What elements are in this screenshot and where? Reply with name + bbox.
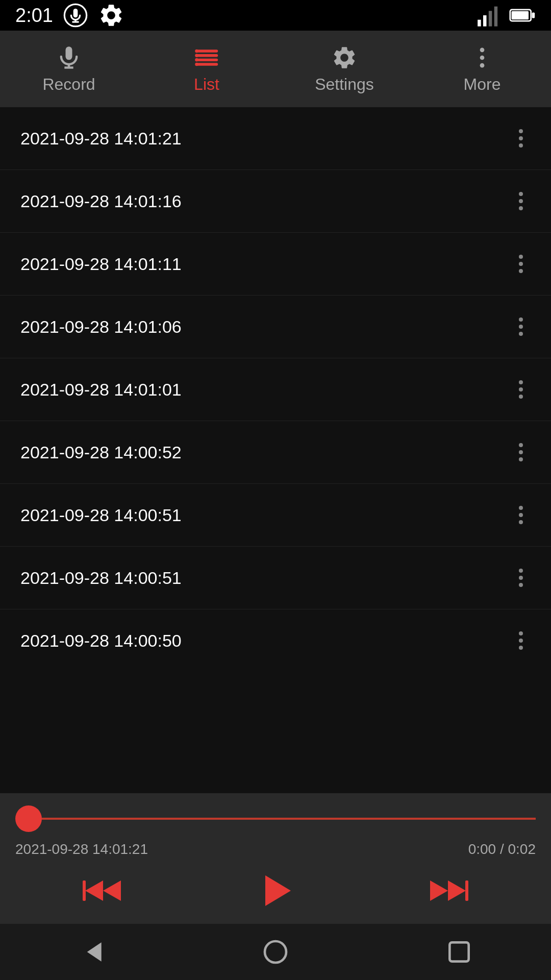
play-icon (258, 873, 293, 909)
tab-record[interactable]: Record (0, 31, 138, 107)
svg-rect-27 (83, 880, 86, 901)
player-filename: 2021-09-28 14:01:21 (15, 841, 148, 857)
svg-point-23 (480, 55, 485, 60)
svg-marker-29 (448, 880, 466, 901)
tab-settings[interactable]: Settings (276, 31, 413, 107)
svg-point-24 (480, 63, 485, 67)
recording-name: 2021-09-28 14:01:11 (20, 254, 182, 274)
status-right (477, 2, 536, 29)
recording-more-button[interactable] (511, 566, 531, 590)
recording-name: 2021-09-28 14:00:51 (20, 568, 182, 588)
recording-item[interactable]: 2021-09-28 14:00:51 (0, 547, 551, 609)
recording-more-button[interactable] (511, 252, 531, 276)
player-bar: 2021-09-28 14:01:21 0:00 / 0:02 (0, 793, 551, 924)
recording-item[interactable]: 2021-09-28 14:00:51 (0, 484, 551, 547)
battery-icon (509, 2, 536, 29)
svg-rect-31 (465, 880, 468, 901)
recording-name: 2021-09-28 14:00:52 (20, 443, 182, 462)
tab-list-label: List (194, 75, 219, 94)
recording-name: 2021-09-28 14:01:01 (20, 380, 182, 400)
recording-name: 2021-09-28 14:01:06 (20, 317, 182, 337)
svg-point-33 (265, 941, 286, 963)
nav-tabs: Record List Settings More (0, 31, 551, 107)
svg-rect-5 (483, 15, 487, 27)
home-circle-icon (261, 938, 290, 966)
svg-marker-28 (265, 875, 291, 906)
progress-track[interactable] (42, 818, 536, 820)
svg-point-22 (480, 47, 485, 52)
tab-settings-label: Settings (315, 75, 374, 94)
recording-more-button[interactable] (511, 189, 531, 213)
svg-rect-1 (73, 9, 78, 17)
svg-point-21 (195, 62, 198, 66)
svg-marker-32 (87, 942, 102, 961)
recording-more-button[interactable] (511, 378, 531, 401)
recording-name: 2021-09-28 14:01:21 (20, 129, 182, 149)
svg-rect-11 (66, 46, 72, 60)
rewind-button[interactable] (83, 875, 123, 906)
svg-marker-26 (103, 880, 121, 901)
recording-item[interactable]: 2021-09-28 14:01:11 (0, 233, 551, 296)
home-button[interactable] (261, 938, 290, 966)
play-button[interactable] (258, 873, 293, 909)
tab-more-label: More (464, 75, 501, 94)
fast-forward-button[interactable] (428, 875, 468, 906)
recording-item[interactable]: 2021-09-28 14:00:52 (0, 421, 551, 484)
tab-more[interactable]: More (413, 31, 551, 107)
settings-tab-icon (331, 44, 358, 71)
recording-more-button[interactable] (511, 315, 531, 338)
svg-marker-30 (430, 880, 448, 901)
recent-button[interactable] (445, 938, 473, 966)
svg-rect-4 (478, 20, 481, 27)
player-meta: 2021-09-28 14:01:21 0:00 / 0:02 (15, 841, 536, 857)
back-icon (78, 938, 106, 966)
recording-more-button[interactable] (511, 127, 531, 150)
tab-record-label: Record (42, 75, 95, 94)
recording-name: 2021-09-28 14:00:51 (20, 505, 182, 525)
svg-rect-6 (489, 11, 492, 26)
recording-item[interactable]: 2021-09-28 14:01:16 (0, 170, 551, 233)
svg-point-19 (195, 54, 198, 57)
svg-rect-10 (532, 12, 535, 18)
status-time: 2:01 (15, 5, 53, 27)
player-controls (15, 868, 536, 914)
svg-rect-34 (449, 942, 468, 961)
svg-marker-25 (85, 880, 103, 901)
svg-point-20 (195, 58, 198, 61)
svg-point-18 (195, 49, 198, 53)
mic-recording-status-icon (62, 2, 89, 29)
player-time-display: 0:00 / 0:02 (468, 841, 536, 857)
recording-more-button[interactable] (511, 440, 531, 464)
tab-list[interactable]: List (138, 31, 276, 107)
recording-item[interactable]: 2021-09-28 14:01:06 (0, 296, 551, 358)
rewind-icon (83, 875, 123, 906)
svg-rect-7 (494, 7, 498, 27)
recording-more-button[interactable] (511, 629, 531, 652)
more-tab-icon (469, 44, 495, 71)
recording-item[interactable]: 2021-09-28 14:00:50 (0, 609, 551, 672)
svg-rect-9 (512, 11, 529, 20)
player-progress (15, 805, 536, 832)
mic-icon (56, 44, 82, 71)
gear-status-icon (98, 2, 124, 29)
recording-item[interactable]: 2021-09-28 14:01:01 (0, 358, 551, 421)
recent-square-icon (445, 938, 473, 966)
recording-name: 2021-09-28 14:00:50 (20, 631, 182, 651)
status-bar: 2:01 (0, 0, 551, 31)
recording-name: 2021-09-28 14:01:16 (20, 191, 182, 211)
recording-list: 2021-09-28 14:01:21 2021-09-28 14:01:16 … (0, 107, 551, 793)
android-nav-bar (0, 924, 551, 980)
fast-forward-icon (428, 875, 468, 906)
recording-item[interactable]: 2021-09-28 14:01:21 (0, 107, 551, 170)
list-icon (193, 44, 220, 71)
recording-more-button[interactable] (511, 503, 531, 527)
progress-thumb[interactable] (15, 805, 42, 832)
back-button[interactable] (78, 938, 106, 966)
signal-icon (477, 2, 503, 29)
